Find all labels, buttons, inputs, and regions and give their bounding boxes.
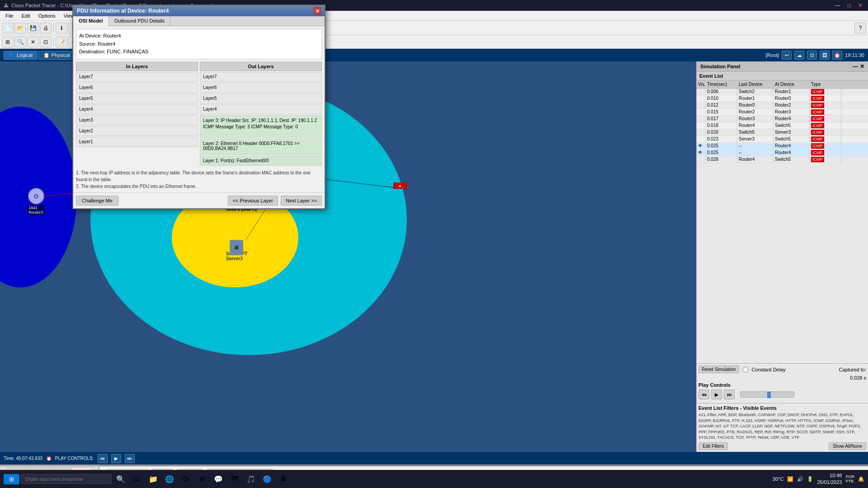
close-btn[interactable]: ✕	[856, 2, 864, 9]
out-layer3[interactable]: Layer 3: IP Header Src. IP: 190.1.1.1, D…	[200, 115, 322, 138]
edit-filters-btn[interactable]: Edit Filters	[698, 442, 728, 450]
in-layer3[interactable]: Layer3	[76, 115, 198, 125]
taskbar-search[interactable]	[21, 474, 112, 484]
taskbar-icon-1[interactable]: 🔍	[113, 472, 128, 486]
event-row[interactable]: 0.020 Switch5 Server3 ICMP	[697, 129, 868, 136]
taskbar-icon-5[interactable]: 🗺	[227, 472, 242, 486]
search-btn[interactable]: 🔍	[14, 37, 26, 47]
skip-back-btn[interactable]: ⏮	[698, 389, 709, 399]
event-row[interactable]: 0.006 Switch2 Router1 ICMP	[697, 89, 868, 95]
minimize-btn[interactable]: —	[833, 2, 842, 9]
taskbar-icon-2[interactable]: 🗂	[130, 472, 144, 486]
event-row[interactable]: 👁 0.025 -- Router4 ICMP	[697, 143, 868, 150]
event-row[interactable]: 0.010 Router1 Router0 ICMP	[697, 95, 868, 102]
out-layer5[interactable]: Layer5	[200, 94, 322, 103]
prev-layer-btn[interactable]: << Previous Layer	[228, 196, 278, 206]
in-layer2[interactable]: Layer2	[76, 126, 198, 136]
ev-vis	[697, 109, 706, 115]
bg-btn[interactable]: 🖼	[820, 51, 830, 60]
status-play[interactable]: ▶	[111, 454, 121, 463]
server3-icon[interactable]: 🖥	[230, 240, 243, 255]
challenge-me-btn[interactable]: Challenge Me	[76, 196, 118, 206]
out-layer2[interactable]: Layer 2: Ethernet II Header 00D0.FFA8.17…	[200, 139, 322, 155]
cloud-btn[interactable]: ☁	[794, 51, 804, 60]
next-layer-btn[interactable]: Next Layer >>	[281, 196, 322, 206]
physical-tab[interactable]: 📋 Physical	[38, 51, 75, 60]
pdu-tab-outbound[interactable]: Outbound PDU Details	[109, 16, 170, 26]
ev-time: 0.018	[706, 122, 737, 129]
event-row[interactable]: 👁 0.025 -- Router4 ICMP	[697, 150, 868, 156]
maximize-btn[interactable]: □	[846, 2, 853, 9]
select-btn[interactable]: ⊞	[2, 37, 14, 47]
speed-slider[interactable]	[740, 391, 794, 398]
captured-label: Captured to:	[839, 367, 866, 372]
print-btn[interactable]: 🖨	[40, 23, 52, 33]
save-btn[interactable]: 💾	[27, 23, 39, 33]
event-row[interactable]: 0.023 Server3 Switch5 ICMP	[697, 136, 868, 143]
reset-simulation-btn[interactable]: Reset Simulation	[698, 366, 739, 373]
note-btn[interactable]: 📝	[56, 37, 67, 47]
taskbar-clock[interactable]: 10:48 25/01/2023	[817, 472, 842, 486]
in-layer1[interactable]: Layer1	[76, 137, 198, 147]
taskbar-icon-discord[interactable]: 💬	[211, 472, 226, 486]
in-layer6[interactable]: Layer6	[76, 83, 198, 93]
menu-file[interactable]: File	[2, 12, 17, 19]
window-controls[interactable]: — □ ✕	[833, 2, 864, 9]
event-row[interactable]: 0.028 Router4 Switch5 ICMP	[697, 156, 868, 163]
skip-forward-btn[interactable]: ⏭	[724, 389, 735, 399]
logical-tab[interactable]: 🔵 Logical	[4, 51, 38, 60]
inspect-btn[interactable]: ⊡	[40, 37, 52, 47]
ev-vis	[697, 136, 706, 142]
help-btn-tb[interactable]: ?	[854, 23, 866, 33]
show-all-btn[interactable]: Show All/None	[829, 442, 866, 450]
taskbar-icon-calc[interactable]: 🖩	[276, 472, 291, 486]
in-layer4[interactable]: Layer4	[76, 104, 198, 114]
sim-panel-close[interactable]: ✕	[860, 63, 864, 70]
ev-vis[interactable]: 👁	[697, 150, 706, 156]
taskbar-icon-store[interactable]: 🛍	[179, 472, 193, 486]
out-layer4[interactable]: Layer4	[200, 104, 322, 114]
event-row[interactable]: 0.017 Router3 Router4 ICMP	[697, 116, 868, 122]
open-btn[interactable]: 📂	[14, 23, 26, 33]
out-layer1[interactable]: Layer 1: Port(s): FastEthernet0/0	[200, 156, 322, 166]
in-layer7[interactable]: Layer7	[76, 72, 198, 82]
ev-type: ICMP	[810, 109, 841, 115]
notification-icon[interactable]: 🔔	[858, 476, 864, 482]
sound-icon: 🔊	[797, 476, 803, 482]
router-left-icon[interactable]: ⊙ 1841RouterX	[27, 188, 45, 215]
out-layer6[interactable]: Layer6	[200, 83, 322, 93]
constant-delay-checkbox[interactable]	[743, 367, 748, 372]
event-table[interactable]: Vis. Time(sec) Last Device At Device Typ…	[697, 80, 868, 363]
taskbar-icon-explorer[interactable]: 📁	[146, 472, 160, 486]
status-skip-fwd[interactable]: ⏭	[125, 454, 135, 463]
clock-btn[interactable]: ⏰	[832, 51, 842, 60]
ev-vis[interactable]: 👁	[697, 143, 706, 149]
pdu-tab-osi[interactable]: OSI Model	[73, 16, 109, 26]
sim-panel-minimize[interactable]: —	[853, 63, 858, 70]
sim-panel-controls[interactable]: — ✕	[853, 63, 864, 70]
physical-icon: 📋	[43, 52, 50, 58]
taskbar-icon-edge[interactable]: 🌐	[162, 472, 177, 486]
menu-edit[interactable]: Edit	[18, 12, 34, 19]
in-layer5[interactable]: Layer5	[76, 94, 198, 103]
new-btn[interactable]: 📄	[2, 23, 14, 33]
speed-handle[interactable]	[767, 392, 771, 398]
back-btn[interactable]: ↩	[782, 51, 792, 60]
play-btn[interactable]: ▶	[711, 389, 722, 399]
zoom-fit-btn[interactable]: ⊡	[807, 51, 817, 60]
status-skip-back[interactable]: ⏮	[98, 454, 108, 463]
event-row[interactable]: 0.012 Router0 Router2 ICMP	[697, 102, 868, 109]
out-layer7[interactable]: Layer7	[200, 72, 322, 82]
col-last: Last Device	[737, 81, 774, 87]
taskbar-icon-6[interactable]: 🎵	[244, 472, 258, 486]
info-btn[interactable]: ℹ	[56, 23, 67, 33]
delete-btn[interactable]: ✕	[27, 37, 39, 47]
ev-at: Switch5	[774, 136, 810, 142]
pdu-close-button[interactable]: ✕	[314, 7, 321, 14]
start-button[interactable]: ⊞	[4, 474, 19, 484]
taskbar-icon-mail[interactable]: ✉	[195, 472, 209, 486]
event-row[interactable]: 0.015 Router2 Router3 ICMP	[697, 109, 868, 116]
event-row[interactable]: 0.018 Router4 Switch5 ICMP	[697, 122, 868, 129]
taskbar-icon-chrome[interactable]: 🔵	[260, 472, 274, 486]
menu-options[interactable]: Options	[35, 12, 59, 19]
